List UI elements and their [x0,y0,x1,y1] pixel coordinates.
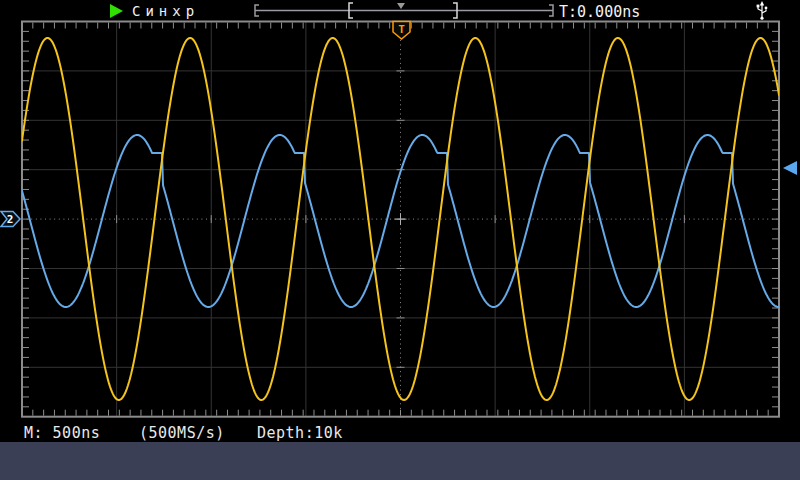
scope-display: T2 [0,0,800,480]
oscilloscope-screen: T2 Синхр T:0.000ns M: 500ns (500MS/s) De… [0,0,800,480]
channel-info-panel: 1 100mV BW~ 0.00Дел CH2:DC- 520mV 2 500m… [0,442,800,480]
ch2-offset-marker: 2 [1,212,20,227]
svg-text:2: 2 [7,213,14,226]
memory-position-bar [255,3,553,18]
svg-text:T: T [398,23,405,36]
depth-label: Depth:10k [257,424,343,442]
usb-icon [757,1,768,20]
time-offset-label: T:0.000ns [559,3,640,21]
sample-rate-label: (500MS/s) [139,424,225,442]
timebase-label: M: 500ns [24,424,100,442]
run-status-icon [110,4,123,18]
trigger-level-marker [783,161,797,175]
trigger-status-label: Синхр [132,3,199,19]
trigger-position-marker: T [393,22,410,40]
